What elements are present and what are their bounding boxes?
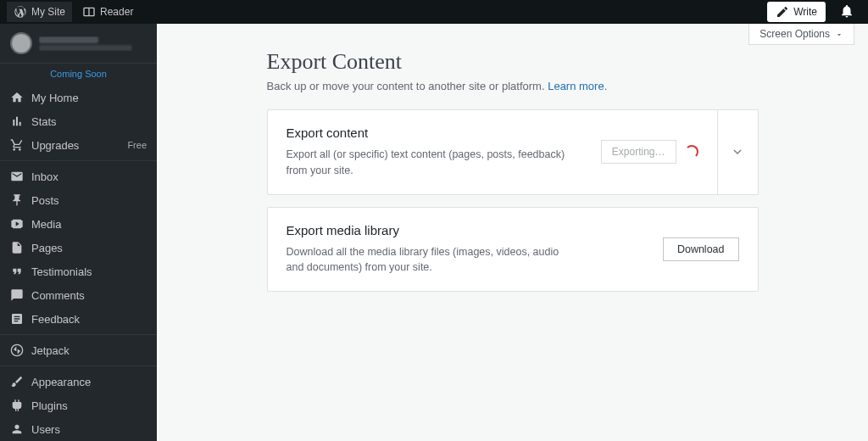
admin-menu: My Home Stats UpgradesFree Inbox Posts M… xyxy=(0,86,157,441)
export-content-desc: Export all (or specific) text content (p… xyxy=(287,147,575,179)
export-content-title: Export content xyxy=(287,126,584,140)
menu-feedback[interactable]: Feedback xyxy=(0,307,157,331)
menu-separator xyxy=(0,366,157,366)
cart-icon xyxy=(10,138,24,152)
mysite-label: My Site xyxy=(31,6,65,18)
menu-appearance[interactable]: Appearance xyxy=(0,370,157,394)
notifications-icon[interactable] xyxy=(832,3,861,21)
pencil-icon xyxy=(776,5,789,19)
stats-icon xyxy=(10,114,24,128)
reader-tab[interactable]: Reader xyxy=(75,2,140,22)
topbar-right: Write xyxy=(767,2,861,22)
brush-icon xyxy=(10,375,24,388)
menu-testimonials[interactable]: Testimonials xyxy=(0,260,157,283)
page-icon xyxy=(10,241,24,254)
svg-point-3 xyxy=(11,344,22,355)
mysite-tab[interactable]: My Site xyxy=(7,2,72,22)
write-button[interactable]: Write xyxy=(767,2,826,22)
menu-plugins[interactable]: Plugins xyxy=(0,394,157,417)
export-content-expand[interactable] xyxy=(717,110,758,194)
menu-media[interactable]: Media xyxy=(0,212,157,236)
pin-icon xyxy=(10,193,24,207)
menu-upgrades[interactable]: UpgradesFree xyxy=(0,133,157,157)
content-area: Screen Options Export Content Back up or… xyxy=(157,24,868,441)
screen-options-toggle[interactable]: Screen Options xyxy=(748,24,854,45)
caret-down-icon xyxy=(835,30,843,38)
home-icon xyxy=(10,91,24,104)
wordpress-icon xyxy=(14,5,27,19)
mail-icon xyxy=(10,170,24,183)
export-content-card: Export content Export all (or specific) … xyxy=(267,109,759,195)
quote-icon xyxy=(10,265,24,278)
upgrades-plan: Free xyxy=(127,140,147,150)
feedback-icon xyxy=(10,312,24,326)
user-icon xyxy=(10,422,24,436)
site-info xyxy=(39,36,132,51)
menu-users[interactable]: Users xyxy=(0,417,157,441)
exporting-button[interactable]: Exporting… xyxy=(601,140,676,164)
menu-posts[interactable]: Posts xyxy=(0,188,157,212)
menu-inbox[interactable]: Inbox xyxy=(0,165,157,188)
export-media-desc: Download all the media library files (im… xyxy=(287,244,575,276)
media-icon xyxy=(10,217,24,231)
site-header[interactable] xyxy=(0,24,157,64)
export-media-title: Export media library xyxy=(287,223,646,237)
topbar-left: My Site Reader xyxy=(7,2,140,22)
plugin-icon xyxy=(10,399,24,412)
site-name-redacted xyxy=(39,36,98,43)
write-label: Write xyxy=(793,6,817,18)
export-media-card: Export media library Download all the me… xyxy=(267,207,759,293)
menu-jetpack[interactable]: Jetpack xyxy=(0,338,157,362)
download-button[interactable]: Download xyxy=(663,237,739,261)
menu-separator xyxy=(0,160,157,161)
reader-icon xyxy=(82,5,96,19)
site-url-redacted xyxy=(39,45,132,51)
page-title: Export Content xyxy=(267,49,759,75)
menu-pages[interactable]: Pages xyxy=(0,236,157,260)
chevron-down-icon xyxy=(731,145,744,159)
comment-icon xyxy=(10,288,24,302)
menu-separator xyxy=(0,334,157,335)
topbar: My Site Reader Write xyxy=(0,0,868,24)
site-status-badge: Coming Soon xyxy=(0,64,157,86)
menu-home[interactable]: My Home xyxy=(0,86,157,109)
sidebar: Coming Soon My Home Stats UpgradesFree I… xyxy=(0,24,157,441)
jetpack-icon xyxy=(10,343,24,357)
menu-comments[interactable]: Comments xyxy=(0,283,157,307)
loading-spinner-icon xyxy=(685,145,698,159)
site-avatar xyxy=(10,32,32,54)
svg-point-2 xyxy=(12,34,31,53)
learn-more-link[interactable]: Learn more xyxy=(548,80,604,92)
menu-stats[interactable]: Stats xyxy=(0,109,157,133)
page-subtitle: Back up or move your content to another … xyxy=(267,80,759,92)
reader-label: Reader xyxy=(100,6,133,18)
